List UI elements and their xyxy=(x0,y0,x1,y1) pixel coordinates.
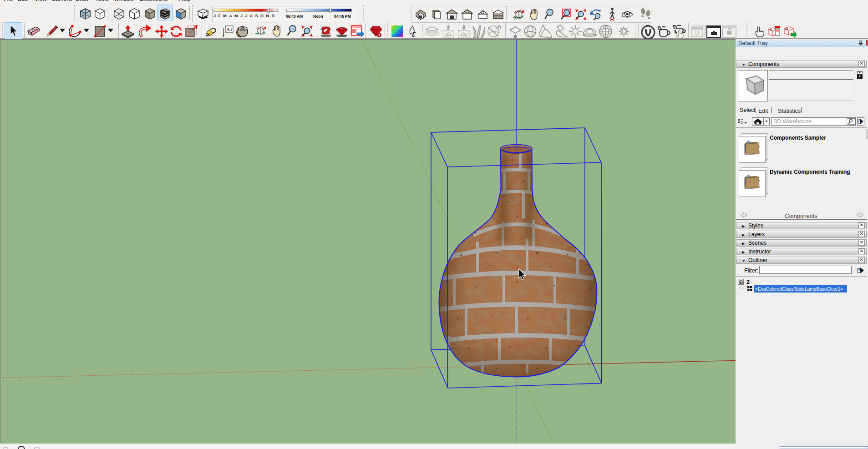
svg-text:A1: A1 xyxy=(226,26,232,32)
